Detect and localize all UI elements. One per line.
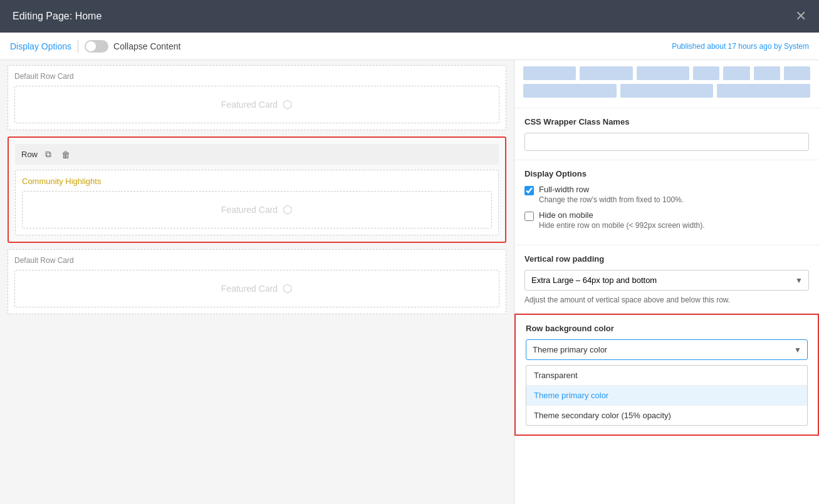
- dropdown-item-transparent[interactable]: Transparent: [526, 366, 807, 386]
- thumb-4[interactable]: [693, 66, 719, 80]
- featured-card-label-selected: Featured Card: [221, 205, 278, 215]
- published-status: Published about 17 hours ago by System: [672, 42, 809, 51]
- layout-thumbs: [514, 60, 819, 108]
- collapse-toggle[interactable]: [85, 40, 108, 53]
- inner-card: Community Highlights Featured Card ⬡: [15, 170, 499, 235]
- top-bar: Editing Page: Home ✕: [0, 0, 819, 33]
- close-button[interactable]: ✕: [795, 8, 806, 24]
- dropdown-item-primary[interactable]: Theme primary color: [526, 386, 807, 406]
- toggle-knob: [86, 41, 96, 51]
- vertical-padding-label: Vertical row padding: [524, 254, 809, 264]
- row-header: Row ⧉ 🗑: [15, 144, 499, 165]
- vertical-padding-select[interactable]: None Small – 16px top and bottom Medium …: [524, 270, 809, 291]
- vertical-padding-section: Vertical row padding None Small – 16px t…: [514, 245, 819, 314]
- thumb-6[interactable]: [754, 66, 780, 80]
- bg-color-select-wrap: Transparent Theme primary color Theme se…: [526, 339, 808, 360]
- thumb-9[interactable]: [620, 84, 714, 98]
- thumb-row-1: [523, 66, 810, 80]
- content-area: Default Row Card Featured Card ⬡ Row ⧉ 🗑…: [0, 60, 514, 504]
- duplicate-button[interactable]: ⧉: [43, 148, 54, 161]
- display-options-link[interactable]: Display Options: [10, 41, 71, 51]
- bg-color-select[interactable]: Transparent Theme primary color Theme se…: [526, 339, 808, 360]
- right-panel: CSS Wrapper Class Names Display Options …: [514, 60, 819, 504]
- dropdown-item-secondary[interactable]: Theme secondary color (15% opacity): [526, 406, 807, 425]
- display-options-label: Display Options: [524, 169, 809, 178]
- vertical-padding-select-wrap: None Small – 16px top and bottom Medium …: [524, 270, 809, 291]
- hide-mobile-desc: Hide entire row on mobile (< 992px scree…: [539, 221, 704, 230]
- row-label-1: Default Row Card: [14, 72, 499, 81]
- row-block-1: Default Row Card Featured Card ⬡: [8, 65, 506, 130]
- css-wrapper-label: CSS Wrapper Class Names: [524, 117, 809, 126]
- card-icon-1: ⬡: [283, 98, 293, 111]
- thumb-1[interactable]: [523, 66, 576, 80]
- delete-button[interactable]: 🗑: [59, 148, 73, 161]
- sub-toolbar: Display Options Collapse Content Publish…: [0, 33, 819, 60]
- full-width-desc: Change the row's width from fixed to 100…: [539, 195, 684, 204]
- thumb-row-2: [523, 84, 810, 98]
- row-block-selected[interactable]: Row ⧉ 🗑 Community Highlights Featured Ca…: [8, 136, 506, 243]
- thumb-2[interactable]: [580, 66, 632, 80]
- row-header-label: Row: [21, 150, 38, 159]
- featured-card-3: Featured Card ⬡: [14, 270, 499, 307]
- bg-color-dropdown-list: Transparent Theme primary color Theme se…: [526, 365, 808, 426]
- row-block-3: Default Row Card Featured Card ⬡: [8, 249, 506, 314]
- css-wrapper-input[interactable]: [524, 133, 809, 151]
- featured-card-1: Featured Card ⬡: [14, 86, 499, 123]
- featured-card-label-3: Featured Card: [221, 284, 278, 294]
- full-width-checkbox[interactable]: [524, 186, 534, 195]
- bg-color-section: Row background color Transparent Theme p…: [514, 314, 819, 436]
- thumb-5[interactable]: [723, 66, 749, 80]
- card-icon-3: ⬡: [283, 282, 293, 296]
- css-wrapper-section: CSS Wrapper Class Names: [514, 108, 819, 160]
- row-label-3: Default Row Card: [14, 256, 499, 265]
- card-icon-selected: ⬡: [283, 203, 293, 217]
- toolbar-divider: [78, 40, 78, 53]
- vertical-padding-desc: Adjust the amount of vertical space abov…: [524, 296, 809, 304]
- collapse-label: Collapse Content: [113, 41, 180, 51]
- inner-card-title: Community Highlights: [22, 177, 492, 186]
- thumb-10[interactable]: [717, 84, 810, 98]
- main-layout: Default Row Card Featured Card ⬡ Row ⧉ 🗑…: [0, 60, 819, 504]
- display-options-section: Display Options Full-width row Change th…: [514, 160, 819, 245]
- full-width-row-wrap: Full-width row Change the row's width fr…: [524, 185, 809, 204]
- hide-mobile-row-wrap: Hide on mobile Hide entire row on mobile…: [524, 210, 809, 230]
- featured-card-label-1: Featured Card: [221, 100, 278, 110]
- full-width-label: Full-width row: [539, 185, 684, 194]
- thumb-7[interactable]: [784, 66, 810, 80]
- collapse-toggle-wrap: Collapse Content: [85, 40, 180, 53]
- hide-mobile-checkbox[interactable]: [524, 212, 534, 221]
- featured-card-selected: Featured Card ⬡: [22, 191, 492, 229]
- hide-mobile-label: Hide on mobile: [539, 210, 704, 220]
- page-title: Editing Page: Home: [13, 11, 102, 22]
- thumb-8[interactable]: [523, 84, 617, 98]
- thumb-3[interactable]: [637, 66, 689, 80]
- bg-color-label: Row background color: [526, 324, 808, 333]
